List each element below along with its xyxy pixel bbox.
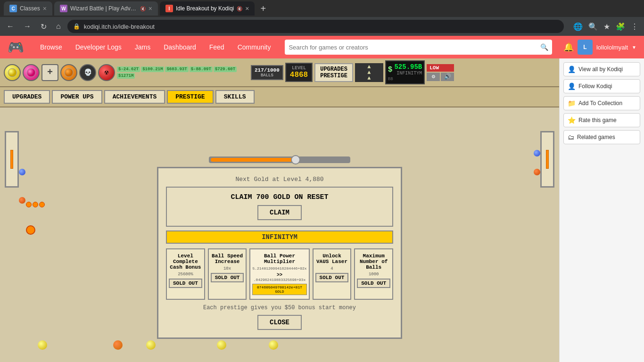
prestige-item-4-sold-out: SOLD OUT <box>357 279 390 288</box>
level-label: LEVEL <box>290 66 308 71</box>
prestige-item-3[interactable]: Unlock VAUS Laser 4 SOLD OUT <box>313 248 352 300</box>
tab-upgrades[interactable]: UPGRADES <box>4 90 50 104</box>
quality-badge[interactable]: LOW <box>427 64 454 72</box>
money-item-2: $100.21M <box>141 66 164 72</box>
address-bar[interactable]: 🔒 kodiqi.itch.io/idle-breakout <box>67 20 564 33</box>
prestige-item-0[interactable]: Level Complete Cash Bonus 25600% SOLD OU… <box>166 248 205 300</box>
tab-idle[interactable]: I Idle Breakout by Kodiqi 🔇 × <box>160 1 255 16</box>
progress-fill <box>211 158 296 162</box>
prestige-item-1-sold-out: SOLD OUT <box>211 273 244 282</box>
tab-wizard[interactable]: W Wizard Battle | Play Advent... 🔇 × <box>54 1 158 16</box>
ball-pink[interactable] <box>23 64 40 81</box>
follow-label: Follow Kodiqi <box>578 83 612 90</box>
sound-button[interactable]: 🔊 <box>441 73 454 81</box>
view-all-icon: 👤 <box>568 66 576 73</box>
svg-point-0 <box>8 68 17 77</box>
tab-prestige[interactable]: PRESTIGE <box>167 90 213 104</box>
left-bumper-1 <box>10 150 13 169</box>
rate-game-button[interactable]: ⭐ Rate this game <box>563 113 640 127</box>
search-icon[interactable]: 🔍 <box>586 20 600 33</box>
claim-box: CLAIM 700 GOLD ON RESET CLAIM <box>166 187 393 227</box>
bookmark-icon[interactable]: ★ <box>602 20 612 33</box>
deco-ball-orange-2 <box>534 169 540 175</box>
view-all-button[interactable]: 👤 View all by Kodiqi <box>563 62 640 76</box>
add-to-collection-button[interactable]: 📁 Add To Collection <box>563 96 640 110</box>
rank-display: ▲ ▲ ▲ <box>355 63 383 82</box>
prestige-item-3-detail: 4 <box>315 266 349 271</box>
prestige-item-1[interactable]: Ball Speed Increase 10x SOLD OUT <box>208 248 247 300</box>
level-number: 4868 <box>290 71 308 79</box>
claim-button[interactable]: CLAIM <box>257 205 302 220</box>
prestige-item-2[interactable]: Ball Power Multiplier 5.2148120994162844… <box>249 248 309 300</box>
nav-community[interactable]: Community <box>231 36 278 58</box>
game-hud: + 💀 ☢ $-24.62T $100.21M $603.93T $-88.09… <box>0 58 559 87</box>
rank-chevrons: ▲ ▲ ▲ <box>367 64 371 81</box>
user-dropdown-icon[interactable]: ▼ <box>632 45 636 50</box>
prestige-item-0-detail: 25600% <box>169 272 202 277</box>
notification-bell[interactable]: 🔔 <box>563 42 574 52</box>
money-sub: INFINITYM <box>394 71 422 76</box>
prestige-item-4-detail: 1000 <box>357 272 390 277</box>
follow-button[interactable]: 👤 Follow Kodiqi <box>563 79 640 93</box>
prestige-item-2-title: Ball Power Multiplier <box>252 253 306 264</box>
forward-button[interactable]: → <box>21 20 34 33</box>
ball-nuclear[interactable]: ☢ <box>98 64 115 81</box>
ball-yellow[interactable] <box>4 64 21 81</box>
prestige-item-4[interactable]: Maximum Number of Balls 1000 SOLD OUT <box>354 248 393 300</box>
money-bb-row: BB <box>388 77 422 82</box>
tab-achievements[interactable]: ACHIEVEMENTS <box>104 90 165 104</box>
search-bar[interactable]: 🔍 <box>285 40 552 55</box>
translate-icon[interactable]: 🌐 <box>571 20 585 33</box>
nav-jams[interactable]: Jams <box>128 36 157 58</box>
home-button[interactable]: ⌂ <box>53 20 64 33</box>
tab-close-classes[interactable]: × <box>43 5 47 12</box>
prestige-item-4-title: Maximum Number of Balls <box>357 253 390 270</box>
claim-text: CLAIM 700 GOLD ON RESET <box>173 193 387 201</box>
prestige-item-0-title: Level Complete Cash Bonus <box>169 253 202 270</box>
new-tab-button[interactable]: + <box>256 3 270 14</box>
settings-sound-row: ⚙ 🔊 <box>427 73 454 81</box>
prestige-close-button[interactable]: CLOSE <box>257 315 302 330</box>
money-item-4: $-88.09T <box>190 66 213 72</box>
upgrades-prestige-button[interactable]: UPGRADES PRESTIGE <box>314 63 353 82</box>
tab-close-wizard[interactable]: × <box>149 5 152 12</box>
tab-close-idle[interactable]: × <box>245 5 249 12</box>
prestige-label: PRESTIGE <box>320 73 347 79</box>
prestige-item-2-price: 074605049708142e+81T GOLD <box>252 284 306 295</box>
prestige-item-3-sold-out: SOLD OUT <box>315 273 349 282</box>
reload-button[interactable]: ↻ <box>38 20 50 33</box>
next-gold-text: Next Gold at Level 4,880 <box>166 176 393 183</box>
collection-icon: 📁 <box>568 99 576 107</box>
tab-classes[interactable]: C Classes × <box>4 1 52 16</box>
nav-browse[interactable]: Browse <box>33 36 69 58</box>
money-ticker: $-24.62T $100.21M $603.93T $-88.09T $729… <box>117 66 249 79</box>
currency-symbol: $ <box>388 66 393 74</box>
nav-icons: 🌐 🔍 ★ 🧩 ⋮ <box>571 20 640 33</box>
extensions-icon[interactable]: 🧩 <box>614 20 627 33</box>
nav-dashboard[interactable]: Dashboard <box>157 36 203 58</box>
username-display[interactable]: lollololmyalt <box>596 44 628 51</box>
back-button[interactable]: ← <box>4 20 17 33</box>
tab-skills[interactable]: SKILLS <box>215 90 255 104</box>
nav-developer-logs[interactable]: Developer Logs <box>69 36 128 58</box>
ball-add[interactable]: + <box>41 64 58 81</box>
game-area: + 💀 ☢ $-24.62T $100.21M $603.93T $-88.09… <box>0 58 559 362</box>
menu-icon[interactable]: ⋮ <box>629 20 640 33</box>
prestige-item-1-title: Ball Speed Increase <box>211 253 244 264</box>
deco-ball-orange-1 <box>19 197 25 204</box>
deco-ball-yellow-bottom-2 <box>217 340 226 350</box>
nav-feed[interactable]: Feed <box>203 36 231 58</box>
deco-ball-blue-2 <box>534 150 540 156</box>
rate-icon: ⭐ <box>568 116 576 124</box>
ball-skull[interactable]: 💀 <box>79 64 96 81</box>
money-counter: $ 525.95B INFINITYM BB <box>385 60 425 84</box>
tab-power-ups[interactable]: POWER UPS <box>52 90 102 104</box>
deco-ball-orange-bottom <box>113 340 123 350</box>
ball-orange[interactable] <box>60 64 77 81</box>
search-input[interactable] <box>289 44 540 51</box>
settings-button[interactable]: ⚙ <box>427 73 440 81</box>
related-games-button[interactable]: 🗂 Related games <box>563 130 640 144</box>
money-item-5: $729.60T <box>214 66 237 72</box>
tier-label: INFINITYM <box>166 230 393 244</box>
prestige-item-0-sold-out: SOLD OUT <box>169 279 202 288</box>
